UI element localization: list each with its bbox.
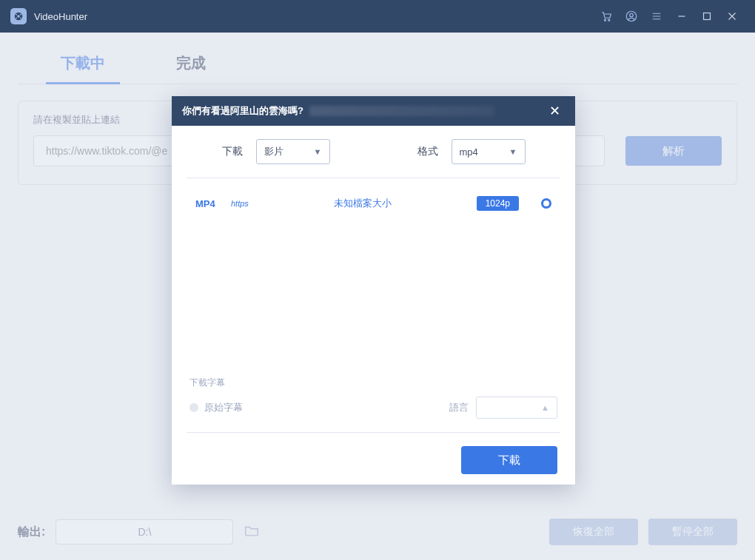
svg-point-7: [608, 19, 610, 21]
download-options-dialog: 你們有看過阿里山的雲海嗎? ✕ 下載 影片 ▼ 格式 mp4 ▼ MP4 htt…: [172, 96, 575, 485]
download-type-label: 下載: [222, 145, 243, 158]
close-icon[interactable]: ✕: [545, 100, 565, 122]
original-subtitle-label: 原始字幕: [204, 401, 243, 414]
svg-rect-10: [704, 13, 711, 20]
result-row[interactable]: MP4 https 未知檔案大小 1024p: [195, 196, 551, 211]
svg-point-3: [20, 14, 21, 16]
svg-point-1: [17, 15, 20, 18]
chevron-down-icon: ▼: [509, 147, 517, 156]
selector-row: 下載 影片 ▼ 格式 mp4 ▼: [189, 139, 557, 178]
quality-badge: 1024p: [477, 196, 519, 211]
titlebar: VideoHunter: [0, 0, 755, 33]
window-minimize-button[interactable]: [669, 0, 694, 33]
download-type-value: 影片: [264, 145, 283, 158]
menu-icon[interactable]: [644, 0, 669, 33]
window-maximize-button[interactable]: [694, 0, 719, 33]
window-close-button[interactable]: [719, 0, 745, 33]
subtitle-section-label: 下載字幕: [189, 377, 557, 389]
chevron-up-icon: ▲: [541, 403, 549, 412]
dialog-title-extra: [309, 106, 494, 116]
svg-point-9: [630, 13, 634, 17]
dialog-title: 你們有看過阿里山的雲海嗎?: [182, 104, 303, 118]
chevron-down-icon: ▼: [314, 147, 322, 156]
dialog-header: 你們有看過阿里山的雲海嗎? ✕: [172, 96, 575, 126]
app-name: VideoHunter: [34, 11, 87, 22]
result-format: MP4: [195, 198, 231, 209]
format-value: mp4: [460, 146, 478, 158]
divider: [187, 178, 560, 178]
svg-point-6: [604, 19, 605, 21]
cart-icon[interactable]: [594, 0, 619, 33]
language-dropdown[interactable]: ▲: [476, 397, 557, 419]
result-list: MP4 https 未知檔案大小 1024p: [189, 196, 557, 211]
svg-point-4: [16, 17, 17, 18]
svg-point-5: [20, 17, 21, 18]
result-select-radio[interactable]: [541, 198, 551, 209]
original-subtitle-radio[interactable]: [189, 403, 198, 412]
account-icon[interactable]: [619, 0, 644, 33]
result-protocol: https: [231, 199, 249, 208]
result-size: 未知檔案大小: [249, 197, 477, 210]
download-button[interactable]: 下載: [461, 446, 557, 474]
format-label: 格式: [417, 145, 438, 158]
language-label: 語言: [449, 401, 469, 414]
svg-point-2: [16, 14, 17, 16]
download-type-dropdown[interactable]: 影片 ▼: [256, 139, 330, 164]
subtitle-row: 原始字幕 語言 ▲: [189, 397, 557, 422]
format-dropdown[interactable]: mp4 ▼: [452, 139, 526, 164]
app-logo: [10, 8, 27, 24]
divider: [187, 432, 560, 433]
